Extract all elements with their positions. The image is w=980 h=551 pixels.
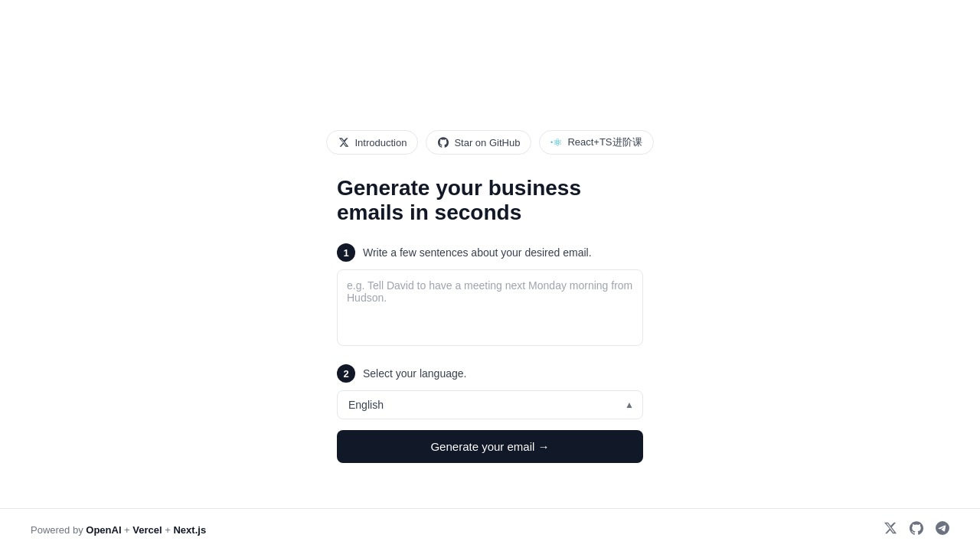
introduction-link[interactable]: Introduction (326, 130, 418, 155)
footer: Powered by OpenAI + Vercel + Next.js (0, 508, 980, 551)
github-label: Star on GitHub (454, 137, 520, 148)
form-container: 1 Write a few sentences about your desir… (337, 243, 643, 463)
plus1: + (122, 524, 133, 536)
vercel-label: Vercel (132, 524, 162, 536)
main-content: Introduction Star on GitHub ⚛ React+TS进阶… (0, 0, 980, 508)
telegram-footer-icon[interactable] (936, 521, 949, 539)
twitter-icon (338, 136, 350, 148)
github-link[interactable]: Star on GitHub (426, 130, 531, 155)
plus2: + (162, 524, 174, 536)
react-label: React+TS进阶课 (567, 135, 642, 149)
step1-number: 1 (337, 243, 355, 262)
introduction-label: Introduction (354, 137, 407, 148)
step2-text: Select your language. (363, 367, 466, 380)
language-select[interactable]: English Chinese French Spanish German Ja… (337, 390, 643, 419)
powered-by-text: Powered by (31, 524, 86, 536)
step2-number: 2 (337, 364, 355, 383)
github-icon (437, 136, 449, 148)
footer-icons (884, 521, 949, 539)
page-title: Generate your business emails in seconds (337, 176, 643, 225)
email-textarea[interactable] (337, 269, 643, 346)
nav-links: Introduction Star on GitHub ⚛ React+TS进阶… (326, 130, 653, 155)
twitter-footer-icon[interactable] (884, 521, 897, 539)
footer-text: Powered by OpenAI + Vercel + Next.js (31, 524, 206, 536)
step1-text: Write a few sentences about your desired… (363, 246, 592, 259)
react-icon: ⚛ (550, 136, 563, 148)
language-select-wrapper: English Chinese French Spanish German Ja… (337, 390, 643, 419)
nextjs-label: Next.js (173, 524, 206, 536)
github-footer-icon[interactable] (910, 521, 923, 539)
step2-label: 2 Select your language. (337, 364, 643, 383)
openai-label: OpenAI (86, 524, 121, 536)
react-course-link[interactable]: ⚛ React+TS进阶课 (539, 130, 653, 155)
step1-label: 1 Write a few sentences about your desir… (337, 243, 643, 262)
generate-button[interactable]: Generate your email → (337, 430, 643, 463)
